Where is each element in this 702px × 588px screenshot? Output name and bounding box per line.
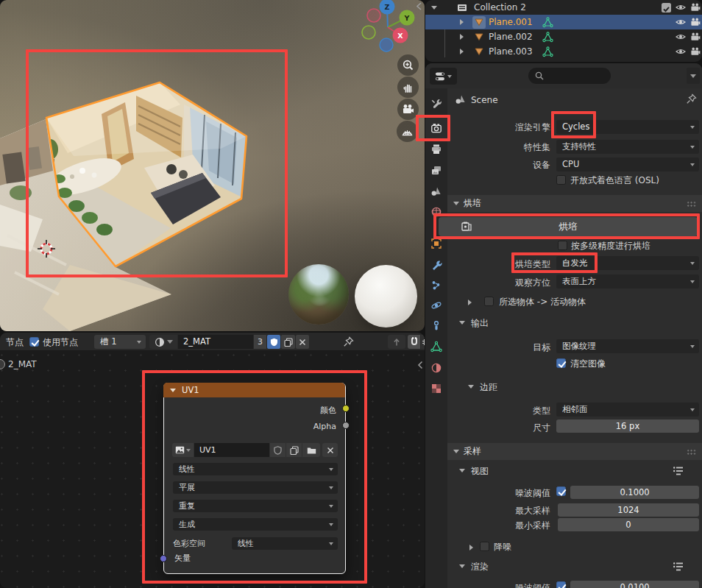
ortho-grid-icon[interactable] [397,121,418,142]
render-restrict-camera-icon[interactable] [690,17,701,27]
preset-list-icon[interactable] [673,465,684,475]
tab-material[interactable] [425,358,447,378]
denoise-expand-icon[interactable] [469,545,473,550]
editor-type-button[interactable] [430,68,457,85]
material-slot-dropdown[interactable]: 槽 1 [94,335,146,349]
object-name[interactable]: Plane.001 [489,16,533,28]
drag-handle-dots[interactable] [687,201,696,207]
disclosure-right-icon[interactable] [460,49,464,54]
output-alpha-socket[interactable] [342,422,350,429]
tab-modifiers[interactable] [425,255,447,275]
colorspace-dropdown[interactable]: 线性 [232,537,338,550]
device-dropdown[interactable]: CPU [556,157,699,171]
render-noise-threshold-checkbox[interactable] [556,581,566,588]
disclosure-right-icon[interactable] [460,34,464,40]
tab-tool[interactable] [425,93,447,114]
tab-view-layer[interactable] [425,160,447,181]
drag-handle-dots[interactable] [687,449,696,455]
node-menu[interactable]: 节点 [6,336,24,349]
image-duplicate-button[interactable] [286,443,302,457]
snap-toggle-button[interactable] [408,335,420,349]
eye-icon[interactable] [676,46,686,57]
image-unlink-button[interactable] [322,443,338,457]
preset-list-icon[interactable] [673,561,684,571]
image-browse-button[interactable] [172,443,194,457]
material-name-field[interactable]: 2_MAT [178,335,253,349]
tab-object-data[interactable] [425,336,447,357]
render-restrict-camera-icon[interactable] [690,2,701,13]
object-name[interactable]: Plane.002 [489,31,533,43]
render-engine-dropdown[interactable]: Cycles [556,120,699,134]
search-input[interactable] [528,68,611,84]
tab-physics[interactable] [425,295,447,316]
node-collapse-chevron-icon[interactable] [170,389,176,392]
image-open-button[interactable] [302,443,320,457]
input-vector-socket[interactable] [160,555,167,562]
snap-mode-dropdown[interactable] [421,335,425,349]
output-color-socket[interactable] [342,405,350,412]
margin-size-field[interactable]: 16 px [556,419,699,433]
object-row-plane003[interactable]: Plane.003 [425,44,702,59]
clear-image-checkbox[interactable] [556,358,566,368]
interpolation-dropdown[interactable]: 线性 [173,463,338,475]
bake-button[interactable]: 烘培 [439,217,698,236]
render-noise-threshold-field[interactable]: 0.0100 [570,581,699,588]
margin-subsection-label[interactable]: 边距 [480,380,497,394]
camera-view-icon[interactable] [397,99,419,120]
zoom-icon[interactable] [397,54,419,76]
node-editor-collapse-chevron-icon[interactable] [416,361,424,369]
bake-type-dropdown[interactable]: 自发光 [556,256,699,270]
3d-viewport[interactable]: Z Y X [0,0,425,331]
vp-min-samples-field[interactable]: 0 [558,518,699,531]
osl-checkbox[interactable] [556,175,566,185]
shader-editor[interactable]: 节点 使用节点 槽 1 2_MAT 3 [0,333,425,588]
selected-to-active-expand-icon[interactable] [468,300,472,305]
disclosure-down-icon[interactable] [431,6,437,10]
render-subsection-label[interactable]: 渲染 [471,560,489,573]
image-name-field[interactable]: UV1 [194,443,269,457]
tab-scene[interactable] [425,181,447,202]
pin-icon[interactable] [686,93,697,105]
outliner[interactable]: Collection 2 Plane.001 Plane.002 [425,0,702,62]
eye-icon[interactable] [676,32,686,42]
collection-row[interactable]: Collection 2 [425,0,702,15]
node-header[interactable]: UV1 [163,383,345,397]
object-row-plane002[interactable]: Plane.002 [425,29,702,44]
eye-icon[interactable] [676,17,686,27]
object-row-plane001[interactable]: Plane.001 [425,15,702,29]
viewport-subsection-label[interactable]: 视图 [471,464,489,478]
output-subsection-label[interactable]: 输出 [471,316,489,330]
breadcrumb-scene[interactable]: Scene [471,93,498,107]
tab-constraints[interactable] [425,316,447,336]
vp-max-samples-field[interactable]: 1024 [558,503,699,517]
navigation-gizmo[interactable]: Z Y X [358,0,417,54]
source-dropdown[interactable]: 生成 [173,518,338,531]
properties-editor[interactable]: Scene 渲染引擎 Cycles 特性集 支持特性 设备 CPU 开放式着色语… [425,63,702,588]
disclosure-right-icon[interactable] [460,19,464,25]
vp-noise-threshold-field[interactable]: 0.1000 [570,486,699,499]
bake-section-header[interactable]: 烘培 [447,195,702,212]
image-fake-user-button[interactable] [270,443,286,457]
tab-output[interactable] [425,139,447,160]
eye-icon[interactable] [676,2,686,13]
fake-user-shield-button[interactable] [267,335,280,349]
exclude-checkbox[interactable] [662,3,671,13]
unlink-material-button[interactable] [296,335,309,349]
tab-render[interactable] [425,118,447,138]
multires-checkbox[interactable] [558,241,567,250]
viewport-collapse-icon[interactable] [459,469,465,472]
material-users-count[interactable]: 3 [254,335,266,349]
margin-collapse-icon[interactable] [468,385,474,389]
image-texture-node[interactable]: UV1 颜色 Alpha UV1 线性 [163,383,346,574]
vp-noise-threshold-checkbox[interactable] [556,486,566,496]
material-browse-button[interactable] [149,335,177,349]
projection-dropdown[interactable]: 平展 [173,481,338,494]
pin-icon[interactable] [343,336,354,347]
output-collapse-icon[interactable] [459,321,465,325]
viewport-collapse-chevron-icon[interactable] [415,1,423,11]
pan-hand-icon[interactable] [397,77,419,98]
duplicate-material-button[interactable] [281,335,295,349]
parent-node-tree-button[interactable] [388,335,405,349]
view-from-dropdown[interactable]: 表面上方 [556,274,699,288]
tab-texture[interactable] [425,378,447,399]
